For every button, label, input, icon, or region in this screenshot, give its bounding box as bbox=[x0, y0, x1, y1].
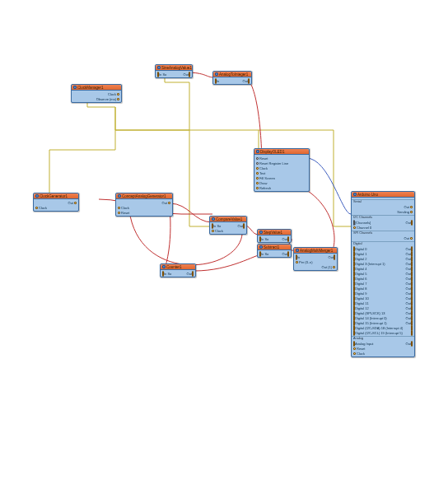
node-title: Counter1 bbox=[161, 264, 195, 270]
node-sine-analog-value[interactable]: SineAnalogValue1 In SoOut bbox=[155, 64, 193, 78]
port-row[interactable]: In SoOut bbox=[156, 72, 192, 77]
node-analog-to-integer[interactable]: AnalogToInteger1 InOut bbox=[212, 71, 252, 85]
node-icon bbox=[73, 86, 77, 89]
node-concept-analog-generator[interactable]: ConceptAnalogGenerator1 Out Clock Reset bbox=[115, 193, 173, 217]
node-icon bbox=[118, 194, 121, 198]
node-compare-value[interactable]: CompareValue1 In SoOut Clock bbox=[209, 216, 247, 235]
port-row[interactable]: In SoOut bbox=[258, 251, 291, 256]
node-arduino-uno[interactable]: Arduino Uno Serial Out Sending I2C Chann… bbox=[351, 191, 415, 357]
node-subtract[interactable]: Subtract1 In SoOut bbox=[257, 244, 292, 258]
node-icon bbox=[256, 150, 259, 153]
port-row[interactable]: In SoOut bbox=[258, 236, 291, 241]
port-row[interactable]: In SoOut bbox=[161, 271, 195, 276]
port-observe[interactable]: Observe (ms) bbox=[72, 96, 121, 101]
node-title: StepValue1 bbox=[258, 230, 291, 235]
port-row[interactable]: InOut bbox=[213, 78, 251, 83]
node-title: Arduino Uno bbox=[352, 192, 414, 198]
node-icon bbox=[157, 66, 161, 69]
node-title: AnalogMultiMerger1 bbox=[294, 248, 337, 254]
port-clock[interactable]: Clock bbox=[34, 205, 78, 210]
port-d-i2c-scl[interactable]: Digital (I2C-SCL) 19 (Interrupt 5) bbox=[352, 330, 414, 335]
node-title: ClockGenerator1 bbox=[34, 193, 78, 199]
node-title: Subtract1 bbox=[258, 245, 291, 250]
node-icon bbox=[215, 72, 218, 76]
node-icon bbox=[259, 231, 263, 234]
port-out-ch[interactable]: Out (1) bbox=[294, 264, 337, 269]
node-icon bbox=[296, 249, 299, 252]
node-icon bbox=[35, 194, 39, 198]
port-reset[interactable]: Reset bbox=[116, 210, 172, 215]
port-d14[interactable]: Digital 14 (Interrupt 0)Out bbox=[352, 315, 414, 320]
port-sending[interactable]: Sending bbox=[352, 209, 414, 214]
node-icon bbox=[353, 193, 357, 196]
port-d3[interactable]: Digital 3 (Interrupt 1)Out bbox=[352, 261, 414, 266]
node-counter[interactable]: Counter1 In SoOut bbox=[160, 263, 196, 277]
node-step-value[interactable]: StepValue1 In SoOut bbox=[257, 229, 292, 243]
port-clock[interactable]: Clock bbox=[352, 351, 414, 356]
port-spi-out[interactable]: Out bbox=[352, 235, 414, 240]
port-clock[interactable]: Clock bbox=[210, 228, 246, 233]
node-title: DisplayOLED1 bbox=[254, 149, 309, 155]
node-title: CompareValue1 bbox=[210, 217, 246, 222]
node-title: AnalogToInteger1 bbox=[213, 72, 251, 77]
port-d15[interactable]: Digital 15 (Interrupt 1)Out bbox=[352, 320, 414, 325]
port-d13[interactable]: Digital (SPI-SCK) 13Out bbox=[352, 310, 414, 315]
node-title: ConceptAnalogGenerator1 bbox=[116, 193, 172, 199]
node-icon bbox=[259, 245, 263, 249]
node-clock-manager[interactable]: ClockManager1 Clock Observe (ms) bbox=[71, 84, 122, 103]
node-analog-multi-merger[interactable]: AnalogMultiMerger1 InOut Per (0..n) Out … bbox=[293, 247, 338, 271]
node-title: ClockManager1 bbox=[72, 85, 121, 91]
node-clock-generator[interactable]: ClockGenerator1 Out Clock bbox=[33, 193, 79, 212]
port-ch0[interactable]: Channel 0 bbox=[352, 225, 414, 230]
node-title: SineAnalogValue1 bbox=[156, 65, 192, 71]
node-icon bbox=[212, 217, 215, 221]
port-refresh[interactable]: Refresh bbox=[254, 185, 309, 190]
node-display-oled[interactable]: DisplayOLED1 Reset Reset Register Line C… bbox=[254, 148, 310, 192]
node-icon bbox=[162, 265, 166, 268]
